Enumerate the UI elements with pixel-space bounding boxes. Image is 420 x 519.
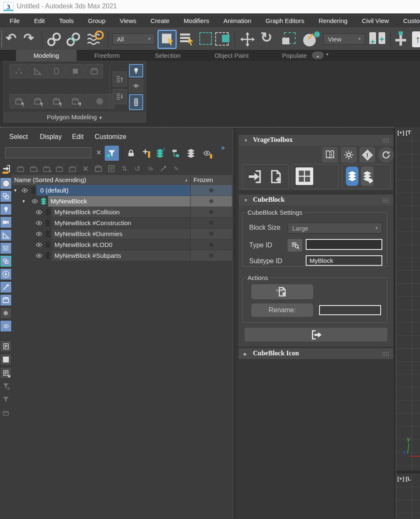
table-row[interactable]: ❄ MyNewBlock #Construction bbox=[12, 218, 232, 229]
tube-mode-button[interactable] bbox=[129, 94, 143, 110]
block-size-dropdown[interactable]: Large▼ bbox=[288, 223, 382, 234]
spinner-snap-icon[interactable]: ↑ bbox=[412, 31, 420, 47]
menu-views[interactable]: Views bbox=[113, 17, 144, 24]
display-bones-icon[interactable] bbox=[0, 281, 12, 293]
display-groups-icon[interactable] bbox=[0, 255, 12, 267]
branch-icon[interactable] bbox=[158, 163, 169, 174]
move-icon[interactable] bbox=[240, 31, 255, 47]
tab-freeform[interactable]: Freeform bbox=[77, 50, 137, 61]
rollout-grip-icon[interactable] bbox=[382, 138, 389, 143]
polygon-modeling-caption[interactable]: Polygon Modeling ▼ bbox=[4, 112, 146, 122]
display-cameras-icon[interactable] bbox=[0, 216, 12, 228]
viewport-bottom-label[interactable]: [+] [L bbox=[397, 475, 411, 482]
display-xrefs-icon[interactable] bbox=[0, 268, 12, 280]
visibility-eye-icon[interactable] bbox=[31, 198, 39, 205]
visibility-eye-icon[interactable] bbox=[21, 187, 29, 194]
viewport-top[interactable]: [+] [T y z bbox=[396, 128, 420, 470]
warning-diamond-icon[interactable]: ! bbox=[360, 147, 375, 162]
display-containers-icon[interactable] bbox=[0, 294, 12, 306]
menu-group[interactable]: Group bbox=[81, 17, 113, 24]
display-notes-icon[interactable]: ▣ bbox=[0, 367, 12, 379]
menu-animation[interactable]: Animation bbox=[216, 17, 258, 24]
group-icon[interactable] bbox=[93, 163, 104, 174]
viewport-top-label[interactable]: [+] [T bbox=[397, 129, 411, 136]
frozen-snowflake-icon[interactable]: ❄ bbox=[190, 239, 232, 250]
filter-icon[interactable] bbox=[0, 393, 12, 405]
link-icon[interactable] bbox=[46, 31, 62, 47]
visibility-eye-icon[interactable] bbox=[35, 220, 43, 226]
display-hidden-icon[interactable] bbox=[0, 320, 12, 332]
visibility-eye-icon[interactable] bbox=[35, 252, 43, 259]
select-place-icon[interactable] bbox=[302, 31, 320, 48]
new-layer-icon[interactable] bbox=[15, 163, 26, 174]
material-tiles-icon[interactable] bbox=[296, 167, 313, 185]
menu-create[interactable]: Create bbox=[144, 17, 177, 24]
undo-icon[interactable]: ↶ bbox=[6, 31, 16, 46]
table-row[interactable]: ❄ ▼ MyNewBlock bbox=[12, 196, 232, 207]
type-id-input[interactable] bbox=[306, 239, 382, 250]
type-id-browse-icon[interactable] bbox=[288, 239, 302, 252]
filter-settings-icon[interactable] bbox=[0, 380, 12, 392]
settings-gear-icon[interactable] bbox=[341, 147, 356, 162]
display-geometry-icon[interactable] bbox=[0, 177, 12, 189]
select-object-button[interactable] bbox=[157, 30, 177, 49]
menu-customize[interactable]: Customize bbox=[396, 17, 420, 24]
menu-file[interactable]: File bbox=[3, 17, 27, 24]
menu-edit[interactable]: Edit bbox=[27, 17, 52, 24]
snap-toggle-icon[interactable]: + + bbox=[369, 31, 388, 48]
table-row[interactable]: ❄ MyNewBlock #LOD0 bbox=[12, 239, 232, 250]
table-row[interactable]: ❄ MyNewBlock #Collision bbox=[12, 207, 232, 218]
toolbar-drag-handle[interactable] bbox=[1, 31, 3, 47]
docs-book-icon[interactable] bbox=[322, 147, 338, 162]
tab-selection[interactable]: Selection bbox=[137, 50, 198, 61]
tab-object-paint[interactable]: Object Paint bbox=[198, 50, 265, 61]
rotate-icon[interactable]: ↻ bbox=[260, 30, 273, 45]
delete-layer-icon[interactable]: ✕ bbox=[41, 163, 52, 174]
filter-button[interactable] bbox=[105, 146, 119, 161]
viewport-bottom[interactable]: [+] [L bbox=[396, 474, 420, 519]
edit-poly-button-1[interactable] bbox=[10, 94, 28, 108]
crossing-region-button[interactable] bbox=[215, 32, 229, 46]
pin-stack-button[interactable] bbox=[129, 79, 143, 92]
rollout-grip-icon[interactable] bbox=[382, 198, 389, 203]
eye-stack-icon[interactable] bbox=[201, 147, 213, 159]
vragetoolbox-rollout-header[interactable]: ▼ VrageToolbox bbox=[239, 135, 393, 146]
import-icon[interactable] bbox=[246, 167, 264, 186]
frozen-snowflake-icon[interactable]: ❄ bbox=[190, 229, 232, 239]
rename-input[interactable] bbox=[319, 305, 381, 315]
menu-civil-view[interactable]: Civil View bbox=[355, 17, 396, 24]
display-space-warps-icon[interactable] bbox=[0, 242, 12, 254]
table-row[interactable]: ❄ ▼ 0 (default) bbox=[12, 185, 232, 196]
column-name[interactable]: Name (Sorted Ascending) bbox=[14, 175, 86, 185]
layers-down-icon[interactable]: ▼ bbox=[154, 147, 166, 159]
add-lod-button[interactable]: LOD bbox=[251, 284, 313, 299]
edit-poly-bulb-button[interactable] bbox=[66, 94, 84, 108]
tab-modeling[interactable]: Modeling bbox=[16, 50, 77, 61]
polygon-mode-button[interactable] bbox=[66, 64, 84, 78]
expand-arrow-icon[interactable]: ▼ bbox=[22, 199, 26, 203]
reference-coordinate-dropdown[interactable]: View▼ bbox=[323, 33, 365, 45]
unlink-icon[interactable] bbox=[65, 31, 81, 47]
visibility-eye-icon[interactable] bbox=[35, 242, 43, 248]
clear-search-icon[interactable]: ✕ bbox=[95, 148, 103, 157]
add-layer-icon[interactable]: + bbox=[140, 147, 151, 159]
column-frozen[interactable]: Frozen bbox=[193, 175, 213, 185]
reload-icon[interactable] bbox=[379, 147, 394, 162]
display-lights-icon[interactable] bbox=[0, 203, 12, 215]
layers-blue-icon[interactable] bbox=[346, 167, 358, 186]
select-by-name-button[interactable] bbox=[179, 31, 196, 48]
frozen-snowflake-icon[interactable]: ❄ bbox=[190, 196, 232, 207]
rectangular-region-button[interactable] bbox=[199, 32, 212, 45]
cubeblock-icon-rollout-header[interactable]: ▶ CubeBlock Icon bbox=[239, 348, 393, 359]
redo-icon[interactable]: ↷ bbox=[23, 31, 34, 46]
display-helpers-icon[interactable] bbox=[0, 229, 12, 241]
rename-button[interactable]: Rename: bbox=[251, 303, 313, 317]
explorer-menu-display[interactable]: Display bbox=[40, 133, 62, 141]
vertex-mode-button[interactable] bbox=[10, 64, 28, 78]
selection-filter-dropdown[interactable]: All▼ bbox=[112, 33, 155, 45]
bind-spacewarp-icon[interactable] bbox=[85, 31, 103, 47]
add-to-layer-icon[interactable]: + bbox=[28, 163, 39, 174]
frozen-snowflake-icon[interactable]: ❄ bbox=[190, 207, 232, 218]
menu-graph-editors[interactable]: Graph Editors bbox=[258, 17, 312, 24]
visibility-eye-icon[interactable] bbox=[35, 209, 43, 216]
